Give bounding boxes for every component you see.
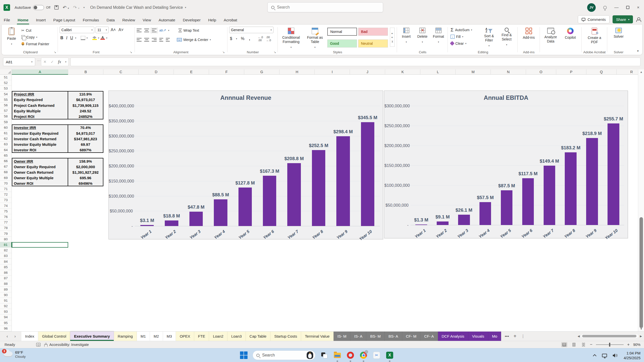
new-sheet-button[interactable]: + [513, 333, 516, 339]
style-normal[interactable]: Normal [327, 28, 357, 36]
fx-dropdown-icon[interactable]: ▾ [65, 61, 66, 63]
merge-center-button[interactable]: ↔Merge & Center▾ [176, 36, 212, 43]
excel-logo-icon[interactable]: X [4, 4, 10, 11]
sheet-tab-m2[interactable]: M2 [150, 332, 163, 341]
sheet-nav-left-icon[interactable]: ‹ [7, 334, 8, 339]
insert-cells-button[interactable]: Insert▾ [399, 26, 414, 50]
increase-indent-button[interactable] [166, 38, 170, 41]
column-header-q[interactable]: Q [586, 69, 617, 75]
column-header-m[interactable]: M [456, 69, 491, 75]
minimize-button[interactable]: — [614, 5, 619, 10]
row-header-94[interactable]: 94 [0, 314, 12, 320]
row-header-55[interactable]: 55 [0, 97, 12, 103]
sheet-tab-global-control[interactable]: Global Control [38, 332, 70, 341]
row-header-64[interactable]: 64 [0, 147, 12, 153]
row-header-91[interactable]: 91 [0, 298, 12, 303]
row-header-51[interactable]: 51 [0, 75, 12, 80]
row-header-66[interactable]: 66 [0, 158, 12, 164]
sheet-tab-dcf-analysis[interactable]: DCF Analysis [438, 332, 468, 341]
column-header-c[interactable]: C [103, 69, 139, 75]
row-header-93[interactable]: 93 [0, 309, 12, 314]
row-header-60[interactable]: 60 [0, 125, 12, 130]
namebox-splitter[interactable]: ⋮ [37, 59, 41, 63]
column-header-l[interactable]: L [420, 69, 456, 75]
start-button[interactable] [239, 351, 248, 359]
column-header-d[interactable]: D [139, 69, 174, 75]
customize-qat-icon[interactable]: ▾ [83, 6, 85, 9]
row-header-88[interactable]: 88 [0, 281, 12, 287]
column-header-n[interactable]: N [491, 69, 526, 75]
bar-year-10[interactable] [361, 122, 375, 226]
format-cells-button[interactable]: Format▾ [431, 26, 446, 50]
bar-year-9[interactable] [586, 138, 598, 225]
autosum-button[interactable]: ΣAutoSum▾ [450, 27, 480, 33]
hscroll-left-icon[interactable]: ◀ [578, 335, 580, 338]
decrease-indent-button[interactable] [159, 38, 163, 41]
taskbar-search[interactable]: Search [253, 350, 315, 360]
ribbon-tab-automate[interactable]: Automate [155, 16, 179, 24]
task-view-button[interactable] [320, 351, 329, 359]
sheet-tab-opex[interactable]: OPEX [176, 332, 194, 341]
row-header-95[interactable]: 95 [0, 320, 12, 326]
zoom-in-button[interactable]: + [627, 342, 630, 347]
align-left-button[interactable] [137, 38, 142, 41]
accessibility-status[interactable]: Accessibility: Investigate [49, 343, 89, 347]
column-header-b[interactable]: B [68, 69, 103, 75]
number-dialog-launcher[interactable]: ↘ [274, 51, 276, 54]
sheet-tab-cf-a[interactable]: CF- A [420, 332, 438, 341]
column-header-o[interactable]: O [526, 69, 556, 75]
row-header-70[interactable]: 70 [0, 181, 12, 186]
clock[interactable]: 1:04 PM 4/25/2025 [624, 351, 640, 360]
row-header-78[interactable]: 78 [0, 225, 12, 231]
autosave-toggle[interactable] [33, 5, 44, 10]
snipping-tool-button[interactable]: ✂ [372, 351, 381, 359]
font-size-select[interactable]: 11▾ [96, 27, 109, 33]
sort-filter-button[interactable]: AZ Sort & Filter▾ [481, 26, 497, 50]
row-header-86[interactable]: 86 [0, 270, 12, 276]
excel-taskbar-button[interactable]: X [385, 351, 394, 359]
vertical-scrollbar[interactable]: ▲ ▼ [638, 69, 644, 331]
hscroll-right-icon[interactable]: ▶ [640, 335, 642, 338]
row-header-79[interactable]: 79 [0, 231, 12, 236]
row-header-73[interactable]: 73 [0, 197, 12, 203]
tray-expand-icon[interactable] [593, 354, 596, 358]
grid-canvas[interactable]: Project IRR110.9%Equity Required$6,973,0… [12, 75, 638, 331]
sheet-tab-ramping[interactable]: Ramping [114, 332, 137, 341]
find-select-button[interactable]: Find & Select▾ [498, 26, 515, 50]
fill-button[interactable]: ↓Fill▾ [450, 33, 480, 40]
decrease-decimal-button[interactable]: .00→.0 [266, 36, 271, 42]
fill-color-button[interactable] [92, 36, 97, 40]
bar-year-2[interactable] [437, 221, 449, 225]
column-header-j[interactable]: J [350, 69, 385, 75]
collapse-ribbon-icon[interactable]: ▾ [637, 49, 639, 53]
zoom-out-button[interactable]: − [590, 342, 592, 347]
document-title[interactable]: On Demand Mobile Car Wash and Detailing … [90, 5, 186, 10]
row-header-92[interactable]: 92 [0, 303, 12, 309]
sheet-tab-bs-m[interactable]: BS- M [366, 332, 385, 341]
format-as-table-button[interactable]: Format as Table▾ [305, 26, 325, 50]
row-header-96[interactable]: 96 [0, 326, 12, 331]
bar-year-8[interactable] [565, 152, 577, 225]
row-header-75[interactable]: 75 [0, 209, 12, 214]
wrap-text-button[interactable]: Wrap Text [177, 27, 200, 33]
row-header-85[interactable]: 85 [0, 264, 12, 270]
autosave-control[interactable]: AutoSave Off [15, 5, 50, 10]
copilot-button[interactable]: Copilot [561, 26, 579, 50]
row-header-68[interactable]: 68 [0, 169, 12, 175]
bar-year-4[interactable] [479, 202, 491, 225]
row-header-74[interactable]: 74 [0, 203, 12, 208]
user-avatar[interactable]: JV [587, 3, 596, 12]
row-header-69[interactable]: 69 [0, 175, 12, 181]
sheet-tab-executive-summary[interactable]: Executive Summary [70, 332, 114, 341]
italic-button[interactable]: I [65, 36, 68, 40]
close-button[interactable]: × [637, 5, 639, 10]
bar-year-2[interactable] [165, 220, 178, 226]
ribbon-tab-review[interactable]: Review [118, 16, 139, 24]
row-header-82[interactable]: 82 [0, 248, 12, 253]
row-header-59[interactable]: 59 [0, 119, 12, 125]
ribbon-tab-developer[interactable]: Developer [179, 16, 205, 24]
weather-widget[interactable]: 3 69°F Cloudy [4, 350, 26, 358]
people-icon[interactable] [636, 17, 640, 21]
normal-view-button[interactable] [561, 342, 567, 347]
row-header-87[interactable]: 87 [0, 276, 12, 281]
